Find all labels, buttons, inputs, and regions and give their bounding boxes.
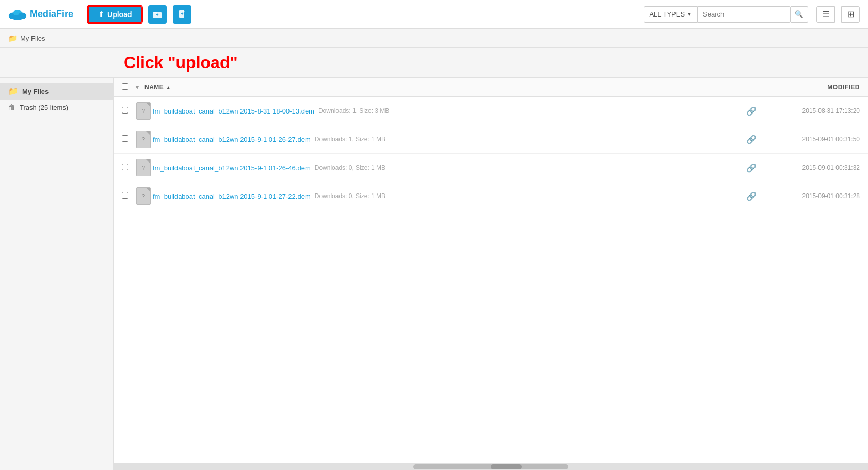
svg-text:+: +: [156, 12, 159, 18]
sort-arrow-icon[interactable]: ▼: [134, 84, 144, 91]
row-select-input-3[interactable]: [122, 192, 128, 199]
breadcrumb: 📁 My Files: [0, 29, 868, 48]
svg-point-3: [12, 15, 23, 20]
sidebar-item-trash[interactable]: 🗑 Trash (25 items): [0, 100, 113, 115]
column-name-header[interactable]: NAME ▲: [144, 84, 767, 91]
svg-text:+: +: [181, 11, 184, 17]
search-icon: 🔍: [795, 10, 803, 18]
all-types-label: ALL TYPES: [649, 10, 685, 18]
file-name-area-0: fm_buildaboat_canal_b12wn 2015-8-31 18-0…: [153, 107, 674, 115]
file-rows: ? fm_buildaboat_canal_b12wn 2015-8-31 18…: [114, 97, 868, 210]
file-name-area-3: fm_buildaboat_canal_b12wn 2015-9-1 01-27…: [153, 192, 674, 200]
logo-icon: [8, 8, 27, 21]
sidebar-trash-icon: 🗑: [8, 103, 15, 111]
file-icon-area-3: ?: [134, 187, 153, 205]
file-type-icon-0: ?: [136, 102, 151, 120]
breadcrumb-folder-icon: 📁: [8, 34, 17, 42]
file-meta-1: Downloads: 1, Size: 1 MB: [315, 136, 385, 143]
sidebar-item-label: Trash (25 items): [20, 104, 68, 111]
file-list-header: ▼ NAME ▲ MODIFIED: [114, 78, 868, 97]
main-layout: 📁 My Files 🗑 Trash (25 items) ▼ NAME ▲ M…: [0, 78, 868, 470]
file-type-icon-3: ?: [136, 187, 151, 205]
row-checkbox-3[interactable]: [122, 192, 134, 200]
sidebar-item-label: My Files: [22, 88, 49, 95]
filter-arrow-icon: ▼: [687, 11, 692, 17]
file-link-icon-3[interactable]: 🔗: [674, 191, 767, 201]
sidebar-folder-icon: 📁: [8, 87, 18, 96]
file-meta-3: Downloads: 0, Size: 1 MB: [315, 192, 385, 200]
scroll-thumb: [491, 464, 522, 469]
new-folder-button[interactable]: +: [148, 5, 167, 24]
file-type-icon-2: ?: [136, 159, 151, 176]
row-select-input-2[interactable]: [122, 164, 128, 170]
upload-button[interactable]: ⬆ Upload: [88, 6, 142, 23]
file-icon-area-2: ?: [134, 159, 153, 176]
breadcrumb-label[interactable]: My Files: [20, 35, 45, 42]
folder-icon: +: [153, 10, 162, 19]
new-file-icon: +: [178, 10, 186, 19]
file-name-area-2: fm_buildaboat_canal_b12wn 2015-9-1 01-26…: [153, 164, 674, 172]
sort-up-icon: ▲: [166, 85, 171, 90]
new-file-button[interactable]: +: [173, 5, 191, 24]
search-button[interactable]: 🔍: [791, 6, 808, 23]
logo-area: MediaFire: [8, 8, 73, 21]
file-name-2[interactable]: fm_buildaboat_canal_b12wn 2015-9-1 01-26…: [153, 164, 311, 172]
column-name-label: NAME: [144, 84, 164, 91]
file-link-icon-1[interactable]: 🔗: [674, 135, 767, 144]
file-icon-area-0: ?: [134, 102, 153, 120]
table-row: ? fm_buildaboat_canal_b12wn 2015-9-1 01-…: [114, 182, 868, 210]
row-checkbox-2[interactable]: [122, 164, 134, 172]
click-annotation: Click "upload": [0, 48, 868, 78]
file-content-area: ▼ NAME ▲ MODIFIED ? fm_buildaboat_canal_…: [114, 78, 868, 470]
file-link-icon-0[interactable]: 🔗: [674, 106, 767, 116]
all-types-button[interactable]: ALL TYPES ▼: [644, 6, 698, 23]
file-icon-area-1: ?: [134, 131, 153, 148]
upload-icon: ⬆: [98, 10, 104, 19]
file-modified-1: 2015-09-01 00:31:50: [767, 136, 860, 143]
file-name-0[interactable]: fm_buildaboat_canal_b12wn 2015-8-31 18-0…: [153, 107, 314, 115]
sidebar-item-myfiles[interactable]: 📁 My Files: [0, 83, 113, 100]
select-all-input[interactable]: [122, 83, 128, 90]
file-link-icon-2[interactable]: 🔗: [674, 163, 767, 173]
row-checkbox-0[interactable]: [122, 107, 134, 115]
file-modified-3: 2015-09-01 00:31:28: [767, 192, 860, 200]
header-select-all-checkbox[interactable]: [122, 83, 134, 91]
file-name-area-1: fm_buildaboat_canal_b12wn 2015-9-1 01-26…: [153, 136, 674, 143]
header: MediaFire ⬆ Upload + + ALL TYPES ▼ 🔍 ☰: [0, 0, 868, 29]
row-checkbox-1[interactable]: [122, 135, 134, 143]
file-type-icon-1: ?: [136, 131, 151, 148]
grid-view-icon: ⊞: [847, 9, 854, 19]
file-meta-0: Downloads: 1, Size: 3 MB: [318, 107, 389, 115]
view-grid-button[interactable]: ⊞: [841, 6, 860, 23]
logo-text: MediaFire: [30, 9, 73, 20]
row-select-input-1[interactable]: [122, 135, 128, 142]
file-name-1[interactable]: fm_buildaboat_canal_b12wn 2015-9-1 01-26…: [153, 136, 311, 143]
file-modified-2: 2015-09-01 00:31:32: [767, 164, 860, 171]
filter-area: ALL TYPES ▼ 🔍: [644, 6, 808, 23]
scroll-handle: [413, 464, 568, 469]
search-input[interactable]: [698, 6, 791, 23]
file-modified-0: 2015-08-31 17:13:20: [767, 107, 860, 115]
view-list-button[interactable]: ☰: [816, 6, 835, 23]
file-meta-2: Downloads: 0, Size: 1 MB: [315, 164, 385, 171]
file-name-3[interactable]: fm_buildaboat_canal_b12wn 2015-9-1 01-27…: [153, 192, 311, 200]
table-row: ? fm_buildaboat_canal_b12wn 2015-8-31 18…: [114, 97, 868, 125]
bottom-scrollbar[interactable]: [114, 463, 868, 470]
sidebar: 📁 My Files 🗑 Trash (25 items): [0, 78, 114, 470]
upload-label: Upload: [107, 10, 132, 19]
column-modified-header[interactable]: MODIFIED: [767, 84, 860, 91]
table-row: ? fm_buildaboat_canal_b12wn 2015-9-1 01-…: [114, 125, 868, 154]
row-select-input-0[interactable]: [122, 107, 128, 114]
list-view-icon: ☰: [822, 9, 829, 19]
table-row: ? fm_buildaboat_canal_b12wn 2015-9-1 01-…: [114, 154, 868, 182]
